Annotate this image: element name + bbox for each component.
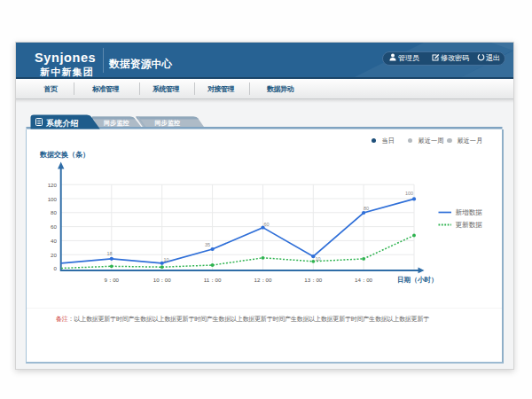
svg-text:9：00: 9：00	[105, 277, 120, 283]
svg-text:80: 80	[364, 206, 369, 211]
svg-text:10: 10	[316, 256, 321, 262]
svg-text:20: 20	[51, 252, 57, 258]
svg-text:60: 60	[51, 223, 57, 230]
svg-text:10: 10	[164, 257, 169, 262]
svg-text:40: 40	[51, 238, 57, 244]
svg-text:11：00: 11：00	[204, 277, 222, 283]
svg-text:10：00: 10：00	[153, 277, 172, 283]
svg-text:14：00: 14：00	[355, 277, 373, 283]
svg-text:100: 100	[48, 196, 58, 202]
svg-text:0: 0	[54, 265, 58, 271]
svg-text:120: 120	[48, 182, 58, 188]
svg-text:35: 35	[205, 242, 210, 247]
svg-text:13：00: 13：00	[304, 277, 323, 283]
svg-text:12：00: 12：00	[254, 277, 273, 283]
svg-text:60: 60	[264, 222, 270, 227]
svg-text:100: 100	[405, 191, 413, 196]
svg-text:80: 80	[51, 209, 57, 215]
svg-text:18: 18	[107, 251, 113, 256]
